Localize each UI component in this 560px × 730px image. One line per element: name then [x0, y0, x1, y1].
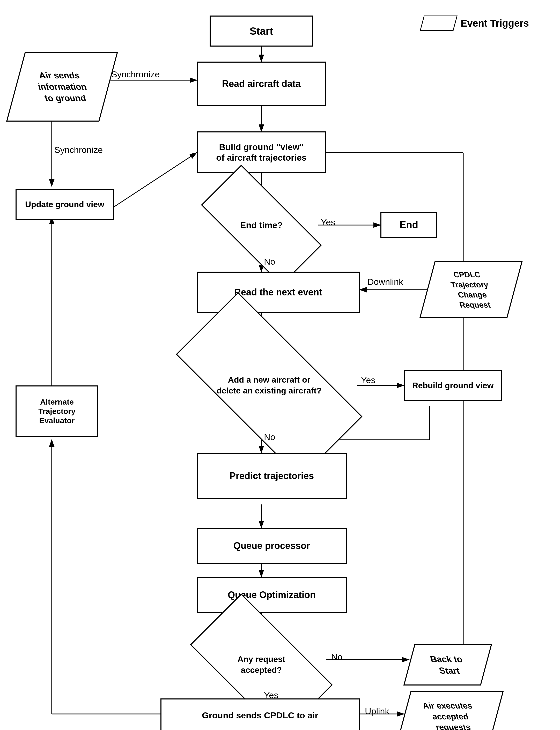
- start-node: Start: [210, 16, 313, 47]
- end-node: End: [380, 212, 437, 238]
- end-time-node: End time?: [204, 197, 318, 254]
- read-next-node: Read the next event: [197, 272, 360, 313]
- air-executes-node: Air executes accepted requests: [404, 691, 497, 730]
- no-anyrequest-label: No: [331, 652, 342, 662]
- diagram-container: Event Triggers: [0, 0, 560, 730]
- legend-label: Event Triggers: [461, 18, 529, 29]
- predict-node: Predict trajectories: [197, 453, 347, 499]
- read-aircraft-node: Read aircraft data: [197, 62, 326, 106]
- synchronize1-label: Synchronize: [111, 69, 160, 79]
- no-endtime-label: No: [264, 257, 275, 267]
- ground-sends-node: Ground sends CPDLC to air: [160, 698, 360, 730]
- svg-line-22: [114, 153, 197, 207]
- update-ground-node: Update ground view: [16, 189, 114, 220]
- no-adddelete-label: No: [264, 432, 275, 442]
- rebuild-node: Rebuild ground view: [404, 370, 502, 401]
- add-delete-node: Add a new aircraft or delete an existing…: [181, 342, 357, 429]
- uplink-label: Uplink: [365, 706, 389, 716]
- synchronize2-label: Synchronize: [54, 145, 103, 155]
- queue-proc-node: Queue processor: [197, 528, 347, 564]
- yes-endtime-label: Yes: [321, 217, 335, 227]
- alt-traj-node: Alternate Trajectory Evaluator: [16, 385, 98, 437]
- air-sends-node: Air sends information to ground: [16, 52, 109, 122]
- downlink-label: Downlink: [367, 277, 403, 287]
- legend-parallelogram: [420, 16, 458, 31]
- build-ground-node: Build ground "view" of aircraft trajecto…: [197, 131, 326, 173]
- yes-adddelete-label: Yes: [361, 375, 375, 385]
- queue-opt-node: Queue Optimization: [197, 577, 347, 613]
- legend: Event Triggers: [422, 16, 529, 31]
- cpdlc-req-node: CPDLC Trajectory Change Request: [427, 261, 515, 318]
- back-start-node: Back to Start: [409, 644, 487, 685]
- any-request-node: Any request accepted?: [197, 629, 326, 701]
